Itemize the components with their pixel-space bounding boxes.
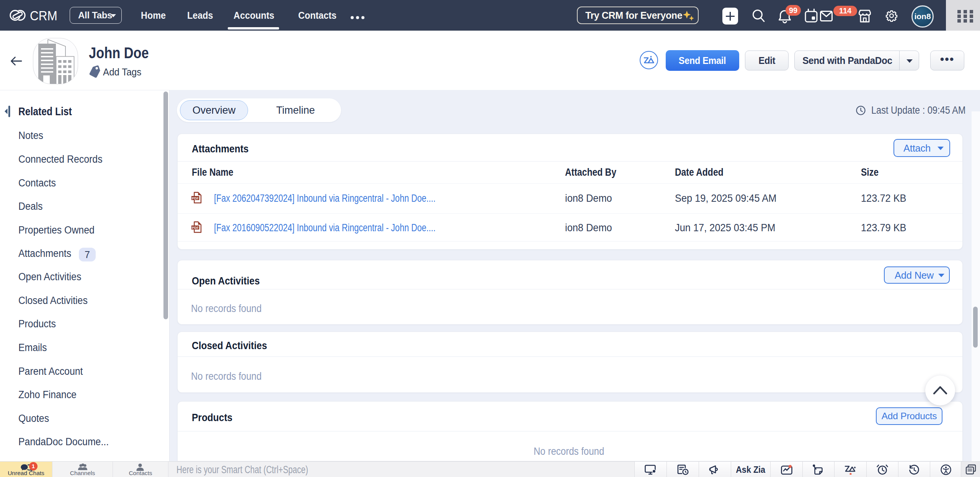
svg-text:PDF: PDF xyxy=(192,196,199,200)
svg-text:PDF: PDF xyxy=(192,226,199,230)
